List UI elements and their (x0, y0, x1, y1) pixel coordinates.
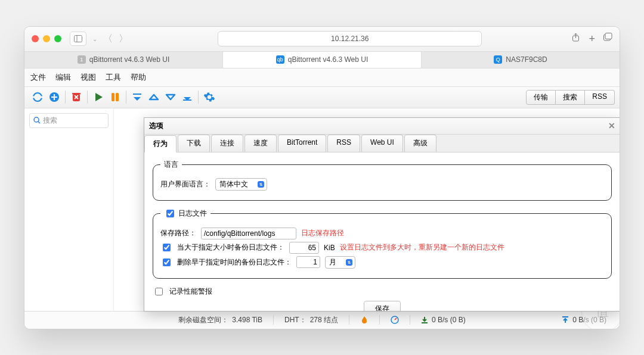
svg-rect-6 (33, 96, 35, 98)
pill-transfer[interactable]: 传输 (526, 90, 556, 105)
delete-old-label: 删除早于指定时间的备份日志文件： (177, 257, 292, 267)
svg-line-16 (38, 122, 40, 123)
search-placeholder: 搜索 (43, 116, 57, 126)
delete-old-unit-select[interactable]: 月 ⇅ (325, 256, 355, 269)
safari-toolbar: ⌄ 〈 〉 10.12.21.36 + (24, 27, 620, 52)
back-button[interactable]: 〈 (103, 33, 113, 45)
tab-advanced[interactable]: 高级 (404, 135, 436, 152)
menu-view[interactable]: 视图 (80, 72, 96, 83)
qbittorrent-icon: qb (276, 55, 284, 64)
svg-rect-0 (75, 36, 82, 42)
chevron-down-icon: ⇅ (258, 181, 264, 188)
svg-line-18 (395, 318, 397, 320)
perf-warn-label: 记录性能警报 (169, 287, 212, 297)
language-select[interactable]: 简体中文 ⇅ (215, 178, 267, 191)
backup-size-checkbox[interactable] (163, 244, 171, 251)
legend-logs: 日志文件 (160, 208, 210, 219)
app-menubar: 文件 编辑 视图 工具 帮助 (24, 68, 620, 87)
svg-rect-4 (605, 33, 612, 39)
close-icon[interactable]: ✕ (608, 121, 615, 130)
pause-button[interactable] (107, 89, 123, 105)
chevron-down-icon[interactable]: ⌄ (92, 36, 97, 42)
search-input[interactable]: 搜索 (29, 113, 109, 128)
tab-speed[interactable]: 速度 (244, 135, 277, 152)
browser-tab-0[interactable]: 1 qBittorrent v4.6.3 Web UI (24, 52, 223, 68)
menu-tools[interactable]: 工具 (106, 72, 121, 83)
menu-file[interactable]: 文件 (30, 72, 46, 83)
svg-rect-10 (72, 93, 80, 95)
share-icon[interactable] (571, 33, 580, 45)
minimize-window-icon[interactable] (43, 35, 50, 42)
dht-label: DHT： (284, 315, 306, 325)
settings-button[interactable] (201, 89, 218, 105)
address-bar[interactable]: 10.12.21.36 (218, 31, 482, 46)
address-text: 10.12.21.36 (331, 35, 369, 43)
add-torrent-button[interactable] (46, 89, 63, 105)
svg-rect-11 (112, 93, 114, 101)
menu-edit[interactable]: 编辑 (55, 72, 71, 83)
perf-warn-checkbox[interactable] (155, 288, 163, 295)
close-window-icon[interactable] (32, 35, 39, 42)
delete-old-checkbox[interactable] (163, 259, 171, 266)
nas-icon: Q (494, 55, 502, 64)
svg-rect-7 (41, 96, 42, 98)
tab-behavior[interactable]: 行为 (144, 135, 177, 152)
options-dialog: 选项 ✕ 行为 下载 连接 速度 BitTorrent RSS Web UI 高… (144, 117, 620, 312)
tabs-overview-icon[interactable] (603, 33, 612, 45)
move-top-button[interactable] (129, 89, 145, 105)
download-icon (421, 316, 428, 323)
language-value: 简体中文 (219, 179, 248, 189)
nav-buttons: 〈 〉 (103, 33, 128, 45)
statusbar: 剩余磁盘空间： 3.498 TiB DHT： 278 结点 0 B/s (0 B… (24, 311, 620, 329)
safari-right-controls: + (571, 33, 612, 45)
disk-value: 3.498 TiB (232, 316, 262, 324)
window-controls (32, 35, 61, 42)
view-pills: 传输 搜索 RSS (526, 90, 615, 105)
language-label: 用户界面语言： (160, 179, 210, 189)
backup-size-input[interactable] (289, 242, 319, 254)
move-down-button[interactable] (162, 89, 179, 105)
menu-help[interactable]: 帮助 (131, 72, 146, 83)
delete-old-unit: 月 (329, 257, 336, 267)
dialog-title: 选项 (149, 121, 163, 131)
tab-label: qBittorrent v4.6.3 Web UI (89, 55, 170, 64)
move-bottom-button[interactable] (179, 89, 196, 105)
disk-label: 剩余磁盘空间： (178, 315, 228, 325)
tab-connection[interactable]: 连接 (211, 135, 243, 152)
browser-tabs: 1 qBittorrent v4.6.3 Web UI qb qBittorre… (24, 52, 620, 68)
tab-webui[interactable]: Web UI (361, 135, 403, 152)
dialog-tabs: 行为 下载 连接 速度 BitTorrent RSS Web UI 高级 (144, 135, 620, 152)
svg-rect-12 (116, 93, 119, 101)
move-up-button[interactable] (145, 89, 162, 105)
tab-rss[interactable]: RSS (327, 135, 360, 152)
tab-bittorrent[interactable]: BitTorrent (278, 135, 326, 152)
maximize-window-icon[interactable] (54, 35, 61, 42)
svg-point-15 (34, 117, 39, 122)
new-tab-icon[interactable]: + (589, 33, 595, 45)
dialog-titlebar[interactable]: 选项 ✕ (144, 118, 620, 135)
delete-old-value-input[interactable] (296, 256, 320, 268)
dht-value: 278 结点 (310, 315, 338, 325)
flame-icon[interactable] (360, 316, 369, 324)
add-link-button[interactable] (29, 89, 46, 105)
log-path-input[interactable] (201, 228, 296, 239)
start-button[interactable] (90, 89, 107, 105)
browser-tab-1[interactable]: qb qBittorrent v4.6.3 Web UI (223, 52, 422, 68)
delete-button[interactable] (68, 89, 85, 105)
tab-downloads[interactable]: 下载 (178, 135, 210, 152)
tab-badge-icon: 1 (78, 55, 86, 64)
legend-language: 语言 (160, 160, 182, 170)
speedometer-icon[interactable] (391, 316, 399, 324)
left-pane: 搜索 (24, 108, 114, 311)
sidebar-toggle-button[interactable] (70, 32, 86, 46)
annotation-path: 日志保存路径 (301, 228, 344, 238)
browser-tab-2[interactable]: Q NAS7F9C8D (422, 52, 620, 68)
pill-rss[interactable]: RSS (585, 90, 615, 105)
fieldset-logs: 日志文件 保存路径： 日志保存路径 当大于指定大小时备份日志文件： KiB 设置… (153, 208, 612, 279)
pill-search[interactable]: 搜索 (556, 90, 585, 105)
backup-size-unit: KiB (324, 244, 335, 252)
dialog-body: 语言 用户界面语言： 简体中文 ⇅ 日志文件 保存路径： 日志保 (144, 152, 620, 311)
save-button[interactable]: 保存 (364, 301, 401, 311)
forward-button[interactable]: 〉 (119, 33, 128, 45)
logs-enable-checkbox[interactable] (166, 210, 174, 217)
